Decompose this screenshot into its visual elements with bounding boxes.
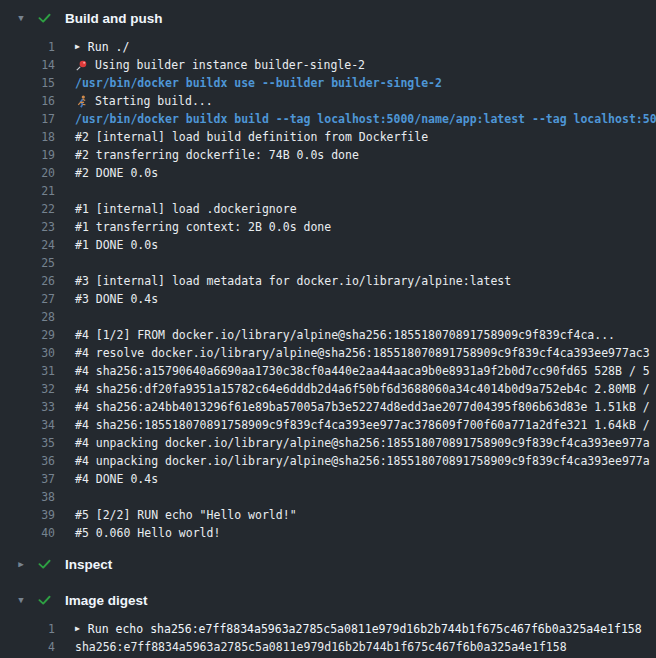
line-number[interactable]: 20 <box>0 164 55 182</box>
line-number[interactable]: 17 <box>0 110 55 128</box>
line-number[interactable]: 32 <box>0 380 55 398</box>
section-header-build-and-push[interactable]: ▼Build and push <box>0 0 656 36</box>
log-line-content: #3 DONE 0.4s <box>75 290 158 308</box>
line-number[interactable]: 31 <box>0 362 55 380</box>
log-line-text: #2 [internal] load build definition from… <box>75 128 428 146</box>
line-number[interactable]: 40 <box>0 524 55 542</box>
log-viewer: ▼Build and push1▶Run ./14Using builder i… <box>0 0 656 658</box>
log-line-text: Run ./ <box>88 38 130 56</box>
log-line: 1▶Run echo sha256:e7ff8834a5963a2785c5a0… <box>0 620 656 638</box>
log-line-content: #4 unpacking docker.io/library/alpine@sh… <box>75 434 650 452</box>
log-line-text: Using builder instance builder-single-2 <box>95 56 365 74</box>
log-line: 16Starting build... <box>0 92 656 110</box>
line-number[interactable]: 39 <box>0 506 55 524</box>
log-line-text: #4 unpacking docker.io/library/alpine@sh… <box>75 434 650 452</box>
line-number[interactable]: 37 <box>0 470 55 488</box>
runner-icon <box>75 95 89 108</box>
section-build-and-push: ▼Build and push1▶Run ./14Using builder i… <box>0 0 656 546</box>
log-line-content: #4 DONE 0.4s <box>75 470 158 488</box>
line-number[interactable]: 26 <box>0 272 55 290</box>
log-line-content: #2 DONE 0.0s <box>75 164 158 182</box>
line-number[interactable]: 25 <box>0 254 55 272</box>
log-line: 15/usr/bin/docker buildx use --builder b… <box>0 74 656 92</box>
chevron-down-icon[interactable]: ▼ <box>15 596 27 605</box>
log-line: 26#3 [internal] load metadata for docker… <box>0 272 656 290</box>
log-line-content: #4 sha256:a15790640a6690aa1730c38cf0a440… <box>75 362 650 380</box>
log-line-text: /usr/bin/docker buildx use --builder bui… <box>75 74 442 92</box>
section-header-image-digest[interactable]: ▼Image digest <box>0 582 656 618</box>
line-number[interactable]: 18 <box>0 128 55 146</box>
section-header-inspect[interactable]: ▶Inspect <box>0 546 656 582</box>
line-number[interactable]: 1 <box>0 38 55 56</box>
log-line-text: #2 DONE 0.0s <box>75 164 158 182</box>
line-number[interactable]: 38 <box>0 488 55 506</box>
log-line-content: /usr/bin/docker buildx build --tag local… <box>75 110 656 128</box>
log-line-content: sha256:e7ff8834a5963a2785c5a0811e979d16b… <box>75 638 567 656</box>
line-number[interactable]: 19 <box>0 146 55 164</box>
log-line-text: #4 sha256:185518070891758909c9f839cf4ca3… <box>75 416 650 434</box>
log-line-content: /usr/bin/docker buildx use --builder bui… <box>75 74 442 92</box>
log-line: 28 <box>0 308 656 326</box>
line-number[interactable]: 33 <box>0 398 55 416</box>
run-disclosure-icon[interactable]: ▶ <box>75 625 80 633</box>
log-line: 40#5 0.060 Hello world! <box>0 524 656 542</box>
line-number[interactable]: 35 <box>0 434 55 452</box>
log-line-content: #1 [internal] load .dockerignore <box>75 200 297 218</box>
line-number[interactable]: 28 <box>0 308 55 326</box>
actions-log-page: { "colors": { "background": "#24292f", "… <box>0 0 656 658</box>
log-line-text: Run echo sha256:e7ff8834a5963a2785c5a081… <box>88 620 642 638</box>
log-line: 34#4 sha256:185518070891758909c9f839cf4c… <box>0 416 656 434</box>
line-number[interactable]: 30 <box>0 344 55 362</box>
log-line-content: #4 unpacking docker.io/library/alpine@sh… <box>75 452 650 470</box>
log-line-content: #5 0.060 Hello world! <box>75 524 220 542</box>
log-line-content: ▶Run ./ <box>75 38 129 56</box>
line-number[interactable]: 23 <box>0 218 55 236</box>
log-line-content: #4 [1/2] FROM docker.io/library/alpine@s… <box>75 326 615 344</box>
log-line: 29#4 [1/2] FROM docker.io/library/alpine… <box>0 326 656 344</box>
log-line-content: #4 sha256:185518070891758909c9f839cf4ca3… <box>75 416 650 434</box>
check-success-icon <box>37 11 52 26</box>
log-line: 27#3 DONE 0.4s <box>0 290 656 308</box>
run-disclosure-icon[interactable]: ▶ <box>75 43 80 51</box>
chevron-down-icon[interactable]: ▼ <box>15 14 27 23</box>
log-line-content: Using builder instance builder-single-2 <box>75 56 365 74</box>
line-number[interactable]: 22 <box>0 200 55 218</box>
log-line-text: Starting build... <box>95 92 213 110</box>
section-log-lines: 1▶Run ./14Using builder instance builder… <box>0 36 656 546</box>
line-number[interactable]: 34 <box>0 416 55 434</box>
log-line-text: #3 DONE 0.4s <box>75 290 158 308</box>
log-line-content: Starting build... <box>75 92 213 110</box>
log-line-text: #4 resolve docker.io/library/alpine@sha2… <box>75 344 650 362</box>
line-number[interactable]: 1 <box>0 620 55 638</box>
line-number[interactable]: 21 <box>0 182 55 200</box>
line-number[interactable]: 16 <box>0 92 55 110</box>
log-line: 18#2 [internal] load build definition fr… <box>0 128 656 146</box>
chevron-right-icon[interactable]: ▶ <box>15 560 27 569</box>
check-success-icon <box>37 593 52 608</box>
log-line-text: #1 transferring context: 2B 0.0s done <box>75 218 331 236</box>
line-number[interactable]: 29 <box>0 326 55 344</box>
line-number[interactable]: 27 <box>0 290 55 308</box>
line-number[interactable]: 15 <box>0 74 55 92</box>
log-line: 23#1 transferring context: 2B 0.0s done <box>0 218 656 236</box>
log-line-content: #4 resolve docker.io/library/alpine@sha2… <box>75 344 650 362</box>
log-line-text: /usr/bin/docker buildx build --tag local… <box>75 110 656 128</box>
log-line: 17/usr/bin/docker buildx build --tag loc… <box>0 110 656 128</box>
log-line: 36#4 unpacking docker.io/library/alpine@… <box>0 452 656 470</box>
section-image-digest: ▼Image digest1▶Run echo sha256:e7ff8834a… <box>0 582 656 658</box>
log-line-text: #4 DONE 0.4s <box>75 470 158 488</box>
line-number[interactable]: 4 <box>0 638 55 656</box>
log-line: 30#4 resolve docker.io/library/alpine@sh… <box>0 344 656 362</box>
line-number[interactable]: 24 <box>0 236 55 254</box>
pushpin-icon <box>75 59 89 72</box>
log-line: 24#1 DONE 0.0s <box>0 236 656 254</box>
section-title: Inspect <box>65 557 112 572</box>
line-number[interactable]: 36 <box>0 452 55 470</box>
log-line: 1▶Run ./ <box>0 38 656 56</box>
log-line-text: #4 unpacking docker.io/library/alpine@sh… <box>75 452 650 470</box>
line-number[interactable]: 14 <box>0 56 55 74</box>
log-line: 35#4 unpacking docker.io/library/alpine@… <box>0 434 656 452</box>
log-line-text: #4 sha256:df20fa9351a15782c64e6dddb2d4a6… <box>75 380 650 398</box>
section-title: Build and push <box>65 11 163 26</box>
log-line-content: #4 sha256:df20fa9351a15782c64e6dddb2d4a6… <box>75 380 650 398</box>
